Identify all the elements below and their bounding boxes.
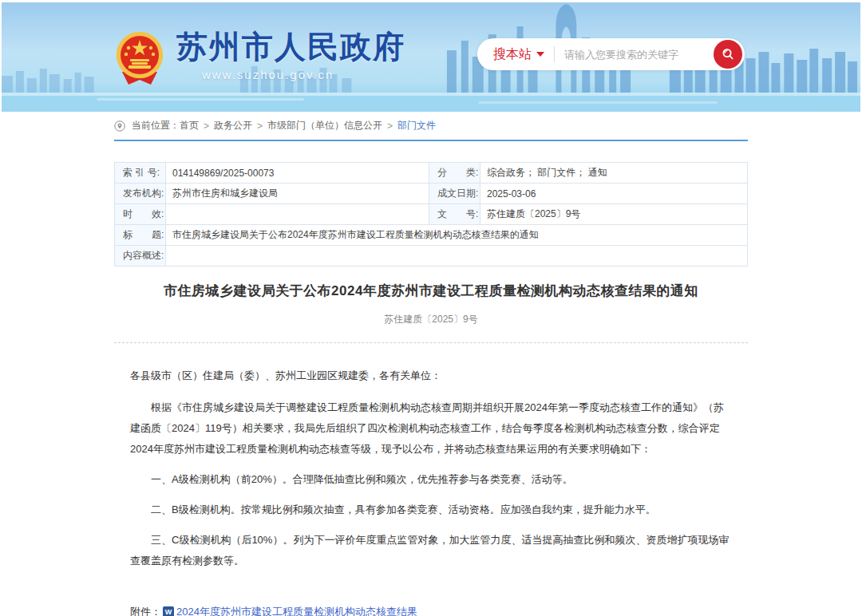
site-logo[interactable]: 苏州市人民政府 www.suzhou.gov.cn bbox=[114, 30, 405, 88]
national-emblem-icon bbox=[114, 30, 165, 88]
validity-label: 时 效: bbox=[115, 204, 166, 225]
dotted-divider bbox=[114, 342, 748, 343]
table-row: 发布机构: 苏州市住房和城乡建设局 成文日期: 2025-03-06 bbox=[115, 184, 748, 204]
breadcrumb-separator: > bbox=[387, 120, 393, 132]
location-pin-icon bbox=[114, 120, 125, 132]
breadcrumb-home[interactable]: 首页 bbox=[180, 119, 199, 132]
search-scope-dropdown[interactable]: 搜本站 bbox=[477, 46, 554, 63]
article-body: 各县级市（区）住建局（委）、苏州工业园区规建委，各有关单位： 根据《市住房城乡建… bbox=[114, 365, 748, 616]
attachment-row: 附件： W 2024年度苏州市建设工程质量检测机构动态核查结果 bbox=[130, 602, 732, 616]
table-row: 内容概述: bbox=[115, 246, 748, 267]
breadcrumb-separator: > bbox=[257, 120, 263, 132]
list-item-1: 一、A级检测机构（前20%）。合理降低抽查比例和频次，优先推荐参与各类竞赛、活动… bbox=[130, 469, 732, 490]
site-url: www.suzhou.gov.cn bbox=[202, 68, 405, 81]
title-label: 标 题: bbox=[115, 225, 166, 246]
search-scope-label: 搜本站 bbox=[493, 46, 532, 63]
docno-value: 苏住建质〔2025〕9号 bbox=[480, 204, 748, 225]
site-title: 苏州市人民政府 bbox=[176, 30, 405, 65]
attachment-link[interactable]: 2024年度苏州市建设工程质量检测机构动态核查结果 bbox=[176, 602, 417, 616]
document-meta-table: 索 引 号: 014149869/2025-00073 分 类: 综合政务； 部… bbox=[114, 162, 748, 267]
table-row: 时 效: 文 号: 苏住建质〔2025〕9号 bbox=[115, 204, 748, 225]
breadcrumb-prefix: 当前位置： bbox=[132, 119, 180, 132]
docno-label: 文 号: bbox=[429, 204, 480, 225]
category-label: 分 类: bbox=[429, 163, 480, 184]
header-banner: 苏州市人民政府 www.suzhou.gov.cn 搜本站 bbox=[2, 2, 860, 112]
index-value: 014149869/2025-00073 bbox=[166, 163, 429, 184]
category-value: 综合政务； 部门文件； 通知 bbox=[480, 163, 748, 184]
breadcrumb-current[interactable]: 部门文件 bbox=[397, 119, 436, 132]
salutation: 各县级市（区）住建局（委）、苏州工业园区规建委，各有关单位： bbox=[130, 365, 732, 386]
page-title: 市住房城乡建设局关于公布2024年度苏州市建设工程质量检测机构动态核查结果的通知 bbox=[114, 282, 748, 300]
date-value: 2025-03-06 bbox=[480, 184, 748, 204]
search-button[interactable] bbox=[714, 40, 742, 69]
attachment-label: 附件： bbox=[130, 602, 161, 616]
breadcrumb: 当前位置： 首页 > 政务公开 > 市级部门（单位）信息公开 > 部门文件 bbox=[114, 112, 748, 141]
breadcrumb-shiji-bumen[interactable]: 市级部门（单位）信息公开 bbox=[267, 119, 382, 132]
table-row: 标 题: 市住房城乡建设局关于公布2024年度苏州市建设工程质量检测机构动态核查… bbox=[115, 225, 748, 246]
article: 市住房城乡建设局关于公布2024年度苏州市建设工程质量检测机构动态核查结果的通知… bbox=[114, 266, 748, 616]
chevron-down-icon bbox=[536, 52, 544, 57]
table-row: 索 引 号: 014149869/2025-00073 分 类: 综合政务； 部… bbox=[115, 163, 748, 184]
list-item-3: 三、C级检测机构（后10%）。列为下一评价年度重点监管对象，加大监管力度、适当提… bbox=[130, 530, 732, 571]
paragraph: 根据《市住房城乡建设局关于调整建设工程质量检测机构动态核查周期并组织开展2024… bbox=[130, 397, 732, 460]
agency-value: 苏州市住房和城乡建设局 bbox=[166, 184, 429, 204]
index-label: 索 引 号: bbox=[115, 163, 166, 184]
breadcrumb-separator: > bbox=[204, 120, 209, 132]
summary-value bbox=[166, 246, 748, 267]
doc-number: 苏住建质〔2025〕9号 bbox=[114, 313, 748, 326]
search-input[interactable] bbox=[555, 49, 714, 61]
validity-value bbox=[166, 204, 429, 225]
search-bar: 搜本站 bbox=[477, 38, 745, 70]
word-file-icon: W bbox=[163, 606, 174, 616]
agency-label: 发布机构: bbox=[115, 184, 166, 204]
date-label: 成文日期: bbox=[429, 184, 480, 204]
summary-label: 内容概述: bbox=[115, 246, 166, 267]
search-icon bbox=[721, 47, 735, 61]
title-value: 市住房城乡建设局关于公布2024年度苏州市建设工程质量检测机构动态核查结果的通知 bbox=[166, 225, 748, 246]
breadcrumb-zhengwu[interactable]: 政务公开 bbox=[214, 119, 252, 132]
list-item-2: 二、B级检测机构。按常规比例和频次抽查，具有参加各类竞赛、活动资格。应加强自我约… bbox=[130, 500, 732, 520]
